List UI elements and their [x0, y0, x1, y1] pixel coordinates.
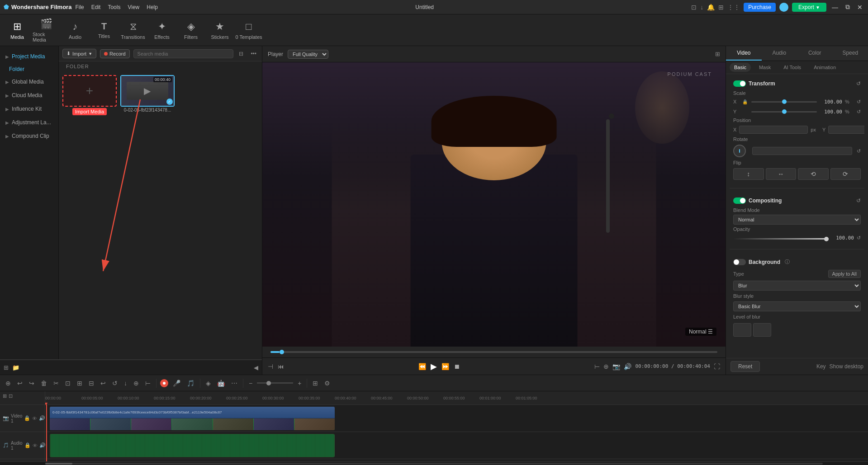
tl-audio1-mute-icon[interactable]: 🔊	[39, 442, 46, 448]
toolbar-transitions[interactable]: ⧖ Transitions	[119, 17, 147, 44]
tl-video1-eye-icon[interactable]: 👁	[32, 416, 37, 421]
tl-zoom-slider[interactable]	[257, 382, 293, 384]
menu-tools[interactable]: Tools	[108, 4, 120, 10]
toolbar-stickers[interactable]: ★ Stickers	[206, 17, 233, 44]
subtab-basic[interactable]: Basic	[730, 63, 751, 72]
opacity-slider[interactable]	[733, 238, 829, 240]
tl-snap-icon[interactable]: ⊢	[143, 379, 152, 388]
blur-level-low[interactable]	[733, 323, 751, 337]
rotate-input[interactable]: 0.00°	[752, 147, 852, 155]
rotate-left-button[interactable]: ⟲	[798, 168, 829, 180]
tl-music-icon[interactable]: 🎵	[185, 379, 196, 388]
sidebar-item-global-media[interactable]: ▶ Global Media	[0, 75, 58, 89]
subtab-animation[interactable]: Animation	[809, 63, 840, 72]
rewind-button[interactable]: ⏪	[418, 363, 426, 370]
toolbar-effects[interactable]: ✦ Effects	[148, 17, 175, 44]
flip-horizontal-button[interactable]: ↔	[766, 168, 797, 180]
sidebar-item-project-media[interactable]: ▶ Project Media	[0, 50, 58, 63]
tl-reverse-icon[interactable]: ↩	[99, 379, 108, 388]
volume-icon[interactable]: 🔊	[624, 363, 631, 370]
rotate-dial[interactable]	[733, 145, 746, 157]
background-toggle-switch[interactable]	[733, 259, 746, 265]
scale-x-reset[interactable]: ↺	[857, 99, 861, 105]
play-button[interactable]: ▶	[431, 362, 437, 371]
tab-color[interactable]: Color	[797, 46, 833, 61]
sidebar-item-folder[interactable]: Folder	[0, 63, 58, 75]
toolbar-templates[interactable]: □ 0 Templates	[235, 17, 262, 44]
tl-cut-icon[interactable]: ✂	[52, 379, 61, 388]
tl-settings-icon[interactable]: ⚙	[323, 379, 332, 388]
tl-ripple-icon[interactable]: ⊟	[87, 379, 96, 388]
tl-video1-lock-icon[interactable]: 🔒	[24, 415, 30, 421]
compositing-reset-icon[interactable]: ↺	[856, 197, 861, 204]
toolbar-media[interactable]: ⊞ Media	[4, 17, 31, 44]
create-folder-icon[interactable]: 📁	[12, 364, 19, 371]
video-clip[interactable]: 0-02-05-fbbf3f1434781c06af7e023fb0b8e4c1…	[50, 407, 335, 430]
transform-toggle-switch[interactable]	[733, 80, 746, 87]
tl-record-btn[interactable]	[160, 379, 168, 387]
filter-icon[interactable]: ⊟	[237, 50, 245, 58]
export-button[interactable]: Export ▼	[792, 3, 826, 12]
list-item[interactable]: ▶ 00:00:40 ✓ 0-02-05-fbf23f143478...	[120, 75, 175, 356]
flip-vertical-button[interactable]: ↕	[733, 168, 764, 180]
timeline-scrubber[interactable]	[270, 351, 717, 353]
preview-icon-1[interactable]: ⊞	[715, 51, 720, 57]
audio-clip[interactable]	[50, 434, 335, 457]
timeline-playhead[interactable]: ▼	[46, 405, 47, 461]
search-input[interactable]	[133, 49, 234, 58]
menu-file[interactable]: File	[75, 4, 84, 10]
mark-out-icon[interactable]: ⊢	[594, 363, 600, 370]
position-y-input[interactable]: 0.00	[828, 126, 864, 134]
add-to-timeline-icon[interactable]: ⊞	[4, 364, 9, 371]
h-scrollbar-track[interactable]	[45, 463, 823, 465]
collapse-panel-icon[interactable]: ◀	[254, 364, 258, 371]
tl-ai-icon[interactable]: 🤖	[215, 379, 227, 388]
tl-undo-icon[interactable]: ↩	[15, 379, 24, 388]
tab-speed[interactable]: Speed	[833, 46, 868, 61]
scale-y-reset[interactable]: ↺	[857, 109, 861, 115]
tl-fit-icon[interactable]: ⊞	[3, 393, 7, 399]
tl-fit2-icon[interactable]: ⊡	[9, 393, 13, 399]
menu-edit[interactable]: Edit	[91, 4, 101, 10]
tl-zoom-in-icon[interactable]: +	[296, 379, 303, 388]
tab-audio[interactable]: Audio	[762, 46, 797, 61]
tl-split-icon[interactable]: ⊡	[63, 379, 72, 388]
toolbar-stock-media[interactable]: 🎬 Stock Media	[33, 17, 60, 44]
tl-more-icon[interactable]: ⋯	[229, 379, 239, 388]
tl-add-track-icon[interactable]: ⊕	[4, 379, 13, 388]
scale-y-slider[interactable]	[751, 111, 817, 113]
compositing-toggle-switch[interactable]	[733, 197, 746, 204]
tl-crop-icon[interactable]: ⊞	[75, 379, 84, 388]
tl-delete-icon[interactable]: 🗑	[39, 379, 49, 388]
minimize-button[interactable]: —	[830, 4, 840, 11]
scale-x-slider[interactable]	[751, 101, 817, 103]
add-marker-icon[interactable]: ⊕	[603, 363, 609, 370]
toolbar-filters[interactable]: ◈ Filters	[177, 17, 204, 44]
import-placeholder-thumb[interactable]: +	[62, 75, 117, 107]
quality-select[interactable]: Full Quality 1/2 Quality 1/4 Quality	[288, 50, 328, 59]
tl-voiceover-icon[interactable]: 🎤	[171, 379, 182, 388]
sidebar-item-cloud-media[interactable]: ▶ Cloud Media	[0, 89, 58, 102]
tl-grid-icon[interactable]: ⊞	[311, 379, 320, 388]
purchase-button[interactable]: Purchase	[744, 3, 776, 12]
toolbar-titles[interactable]: T Titles	[90, 17, 118, 44]
sidebar-item-adjustment-layer[interactable]: ▶ Adjustment La...	[0, 116, 58, 129]
tl-rotate-icon[interactable]: ↺	[110, 379, 119, 388]
tl-insert-icon[interactable]: ↓	[122, 379, 129, 388]
menu-help[interactable]: Help	[147, 4, 158, 10]
transform-reset-icon[interactable]: ↺	[856, 80, 861, 87]
list-item[interactable]: + Import Media	[62, 75, 117, 356]
close-button[interactable]: ✕	[855, 4, 864, 11]
opacity-reset[interactable]: ↺	[857, 235, 861, 241]
stop-button[interactable]: ⏹	[454, 363, 460, 370]
blend-mode-select[interactable]: Normal Multiply Screen	[733, 215, 861, 225]
snapshot-icon[interactable]: 📷	[612, 363, 620, 370]
video-thumb[interactable]: ▶ 00:00:40 ✓	[120, 75, 175, 107]
maximize-button[interactable]: ⧉	[844, 3, 852, 11]
toolbar-audio[interactable]: ♪ Audio	[62, 17, 89, 44]
subtab-mask[interactable]: Mask	[754, 63, 775, 72]
tl-redo-icon[interactable]: ↪	[27, 379, 36, 388]
fast-forward-button[interactable]: ⏩	[441, 363, 449, 370]
tl-keyframe-icon[interactable]: ◈	[204, 379, 213, 388]
record-button[interactable]: Record	[100, 49, 129, 58]
